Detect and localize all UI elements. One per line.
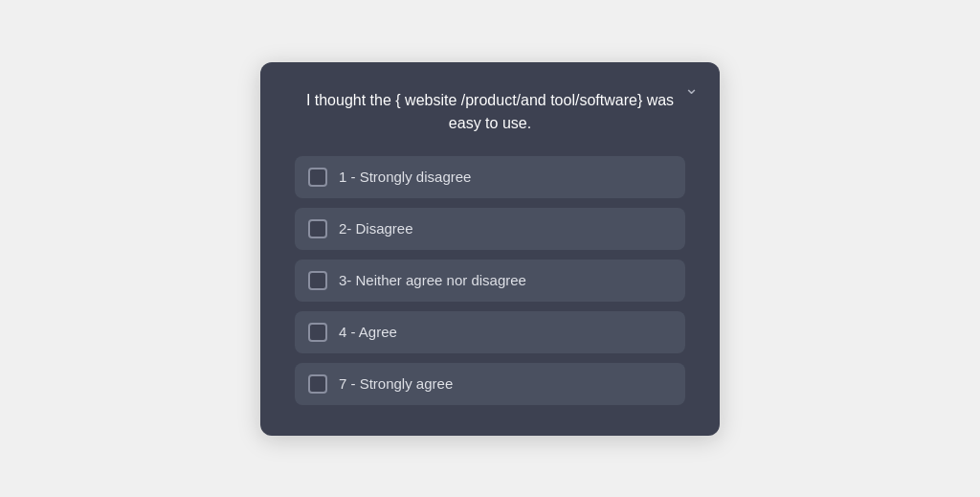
option-label: 7 - Strongly agree <box>339 375 453 392</box>
chevron-down-button[interactable]: ⌄ <box>680 76 702 101</box>
options-list: 1 - Strongly disagree2- Disagree3- Neith… <box>295 156 685 405</box>
option-item[interactable]: 7 - Strongly agree <box>295 363 685 405</box>
option-checkbox <box>308 219 327 238</box>
option-label: 1 - Strongly disagree <box>339 169 471 185</box>
option-item[interactable]: 1 - Strongly disagree <box>295 156 685 198</box>
option-checkbox <box>308 323 327 342</box>
option-checkbox <box>308 374 327 394</box>
option-item[interactable]: 3- Neither agree nor disagree <box>295 260 685 302</box>
option-label: 3- Neither agree nor disagree <box>339 272 526 288</box>
option-item[interactable]: 4 - Agree <box>295 311 685 353</box>
question-text: I thought the { website /product/and too… <box>295 89 685 135</box>
option-item[interactable]: 2- Disagree <box>295 208 685 250</box>
chevron-down-icon: ⌄ <box>684 79 699 98</box>
survey-card: ⌄ I thought the { website /product/and t… <box>260 62 720 436</box>
option-checkbox <box>308 271 327 290</box>
option-checkbox <box>308 168 327 187</box>
option-label: 4 - Agree <box>339 324 397 340</box>
option-label: 2- Disagree <box>339 220 413 237</box>
